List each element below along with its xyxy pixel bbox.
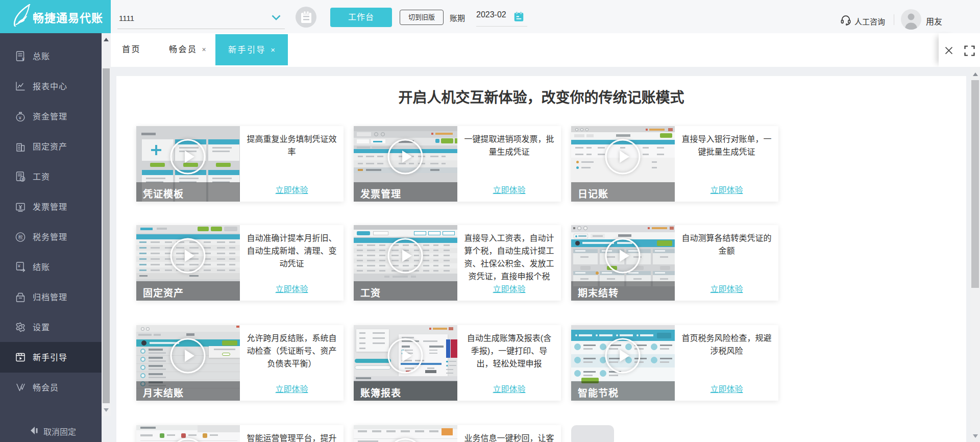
svg-text:¥: ¥ [17, 263, 21, 268]
svg-text:¥: ¥ [22, 57, 24, 62]
svg-text:¥: ¥ [18, 115, 22, 120]
svg-text:税: 税 [18, 234, 23, 240]
